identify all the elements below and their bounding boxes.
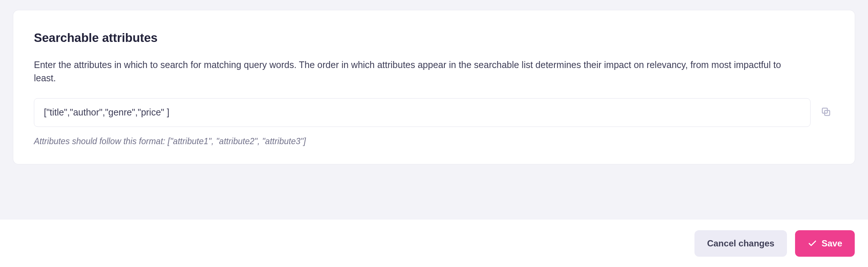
input-row — [34, 98, 834, 127]
searchable-attributes-card: Searchable attributes Enter the attribut… — [13, 10, 855, 164]
save-button-label: Save — [822, 238, 842, 249]
copy-icon — [820, 106, 832, 118]
cancel-button[interactable]: Cancel changes — [694, 230, 787, 257]
copy-button[interactable] — [818, 104, 834, 121]
footer-actions: Cancel changes Save — [0, 220, 868, 267]
format-hint: Attributes should follow this format: ["… — [34, 136, 834, 146]
searchable-attributes-input[interactable] — [34, 98, 811, 127]
save-button[interactable]: Save — [795, 230, 855, 257]
card-description: Enter the attributes in which to search … — [34, 58, 800, 85]
check-icon — [808, 239, 817, 248]
cancel-button-label: Cancel changes — [707, 238, 774, 249]
card-title: Searchable attributes — [34, 31, 834, 45]
